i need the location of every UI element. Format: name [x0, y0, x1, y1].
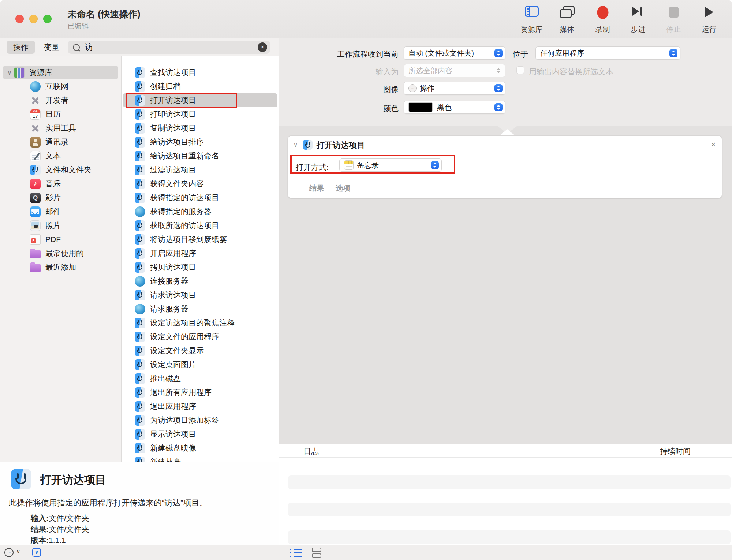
tab-actions[interactable]: 操作 [7, 41, 35, 54]
more-options-icon[interactable] [4, 548, 14, 557]
action-list-item[interactable]: 设定文件夹显示 [123, 344, 277, 358]
finder-icon [135, 373, 145, 384]
close-icon[interactable]: × [711, 139, 716, 150]
finder-icon [11, 469, 31, 489]
action-list-item[interactable]: 设定桌面图片 [123, 358, 277, 372]
action-list-item[interactable]: 复制访达项目 [123, 121, 277, 135]
action-list-item[interactable]: 开启应用程序 [123, 246, 277, 260]
action-list-item[interactable]: 请求访达项目 [123, 288, 277, 302]
action-item-label: 连接服务器 [150, 276, 188, 286]
action-item-label: 获得指定的访达项目 [150, 193, 219, 203]
toolbar-button[interactable]: 资源库 [514, 4, 549, 36]
action-list-item[interactable]: 退出所有应用程序 [123, 385, 277, 399]
close-window-button[interactable] [15, 15, 24, 23]
action-list-item[interactable]: 为访达项目添加标签 [123, 413, 277, 427]
toolbar-button: 停止 [656, 4, 691, 36]
snippet-toggle-icon[interactable] [32, 548, 41, 557]
sidebar-item[interactable]: 实用工具 [0, 121, 121, 135]
action-list-item[interactable]: 推出磁盘 [123, 372, 277, 385]
action-list-item[interactable]: 退出应用程序 [123, 399, 277, 413]
tools-icon [30, 123, 41, 134]
toolbar-button[interactable]: 运行 [691, 4, 727, 36]
receive-dropdown[interactable]: 自动 (文件或文件夹) [404, 46, 505, 60]
sidebar-item[interactable]: 通讯录 [0, 135, 121, 149]
action-item-label: 显示访达项目 [150, 429, 196, 439]
color-dropdown[interactable]: 黑色 [404, 101, 505, 114]
open-with-dropdown[interactable]: 备忘录 [339, 158, 442, 172]
sidebar-item[interactable]: 互联网 [0, 79, 121, 93]
options-link[interactable]: 选项 [336, 183, 350, 193]
sidebar-item[interactable]: 最常使用的 [0, 246, 121, 260]
sidebar-item[interactable]: 音乐 [0, 177, 121, 191]
action-item-label: 推出磁盘 [150, 373, 181, 384]
action-list: 查找访达项目创建归档打开访达项目打印访达项目复制访达项目给访达项目排序给访达项目… [122, 56, 279, 462]
action-list-item[interactable]: 创建归档 [123, 79, 277, 93]
description-row-value: 1.1.1 [49, 536, 66, 544]
action-list-item[interactable]: 打开访达项目 [123, 93, 277, 107]
toolbar-button[interactable]: 步进 [620, 4, 656, 36]
in-app-dropdown[interactable]: 任何应用程序 [535, 46, 680, 60]
sidebar-item[interactable]: PDF [0, 232, 121, 246]
action-list-item[interactable]: 连接服务器 [123, 274, 277, 288]
action-list-item[interactable]: 给访达项目排序 [123, 135, 277, 149]
action-list-item[interactable]: 获取所选的访达项目 [123, 219, 277, 232]
action-card-header[interactable]: 打开访达项目 × [288, 136, 722, 154]
workflow-settings: 工作流程收到当前 自动 (文件或文件夹) 位于 任何应用程序 输入为 所选全部内… [279, 38, 732, 126]
search-input[interactable] [84, 42, 258, 52]
action-list-item[interactable]: 新建磁盘映像 [123, 441, 277, 455]
action-item-label: 设定文件夹显示 [150, 346, 204, 356]
finder-icon [135, 67, 145, 78]
action-list-item[interactable]: 给访达项目重新命名 [123, 149, 277, 163]
action-list-item[interactable]: 获得指定的服务器 [123, 205, 277, 219]
action-list-item[interactable]: 获得指定的访达项目 [123, 191, 277, 205]
minimize-window-button[interactable] [29, 15, 38, 23]
sidebar-item[interactable]: 最近添加 [0, 260, 121, 274]
action-list-item[interactable]: 打印访达项目 [123, 107, 277, 121]
finder-icon [135, 443, 145, 453]
action-list-item[interactable]: 设定访达项目的聚焦注释 [123, 316, 277, 330]
action-list-item[interactable]: 请求服务器 [123, 302, 277, 316]
finder-icon [135, 234, 145, 245]
results-link[interactable]: 结果 [309, 183, 324, 193]
log-list-view-icon[interactable] [290, 549, 302, 557]
action-list-item[interactable]: 将访达项目移到废纸篓 [123, 232, 277, 246]
zoom-window-button[interactable] [43, 15, 52, 23]
sidebar-item[interactable]: 照片 [0, 219, 121, 232]
sidebar-item-label: 音乐 [45, 179, 61, 189]
disclosure-chevron-icon[interactable] [5, 69, 14, 76]
toolbar-button-label: 录制 [585, 25, 620, 34]
image-dropdown[interactable]: 操作 [404, 82, 505, 95]
toolbar-button[interactable]: 录制 [585, 4, 620, 36]
action-item-label: 创建归档 [150, 81, 181, 92]
sidebar-item[interactable]: 邮件 [0, 205, 121, 219]
finder-icon [135, 318, 145, 328]
action-list-item[interactable]: 设定文件的应用程序 [123, 330, 277, 344]
sidebar-item-label: 通讯录 [45, 137, 68, 147]
clear-search-icon[interactable]: × [258, 42, 267, 52]
window-edited-status: 已编辑 [68, 21, 89, 31]
action-list-item[interactable]: 新建替身 [123, 455, 277, 462]
action-list-item[interactable]: 查找访达项目 [123, 66, 277, 79]
action-card-title: 打开访达项目 [317, 140, 365, 151]
action-list-item[interactable]: 显示访达项目 [123, 427, 277, 441]
collapse-chevron-icon[interactable] [293, 141, 298, 149]
sidebar-item[interactable]: 文件和文件夹 [0, 163, 121, 177]
sidebar-item[interactable]: 影片 [0, 191, 121, 205]
toolbar-button[interactable]: 媒体 [549, 4, 585, 36]
action-list-item[interactable]: 过滤访达项目 [123, 163, 277, 177]
search-field[interactable]: × [68, 41, 270, 54]
sidebar-item[interactable]: 日历 [0, 107, 121, 121]
tb-step-icon [632, 6, 644, 18]
action-list-item[interactable]: 拷贝访达项目 [123, 260, 277, 274]
sidebar-item-label: 资源库 [29, 67, 52, 78]
chevron-down-icon[interactable] [16, 548, 20, 555]
action-item-label: 设定访达项目的聚焦注释 [150, 318, 235, 328]
action-list-item[interactable]: 获得文件夹内容 [123, 177, 277, 191]
tab-variables[interactable]: 变量 [37, 41, 66, 54]
sidebar-item[interactable]: 开发者 [0, 93, 121, 107]
sidebar-item-library[interactable]: 资源库 [3, 66, 118, 79]
log-row [288, 503, 731, 516]
description-row: 结果:文件/文件夹 [31, 524, 89, 535]
log-panel-view-icon[interactable] [312, 548, 321, 558]
sidebar-item[interactable]: 文本 [0, 149, 121, 163]
